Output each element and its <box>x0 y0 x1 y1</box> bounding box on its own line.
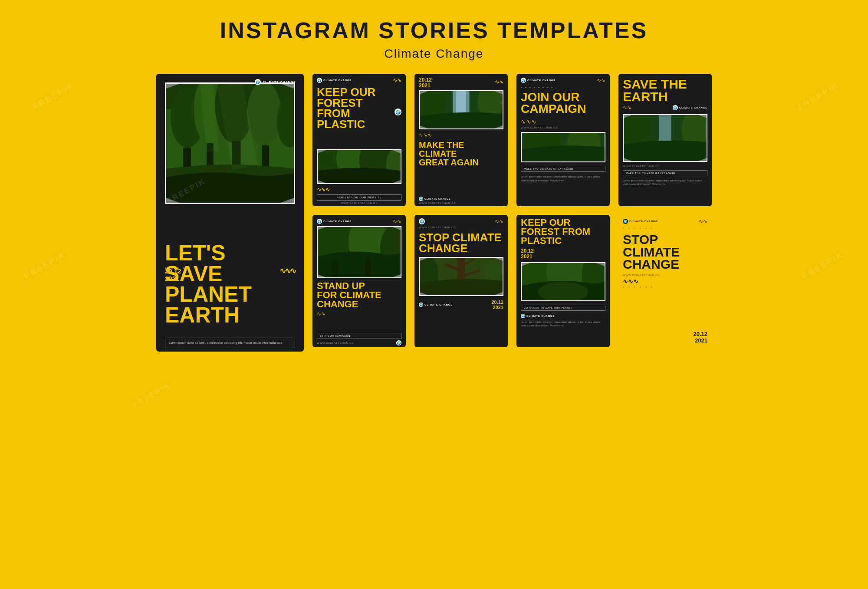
card3-date: 20.122021 <box>419 77 432 89</box>
card9-dots2 <box>618 285 712 290</box>
dot <box>645 286 647 288</box>
card3-header: 20.122021 ∿∿ <box>414 74 508 89</box>
svg-rect-35 <box>365 259 371 278</box>
card6-label: CLIMATE CHANGE <box>323 220 352 223</box>
card3-image <box>419 90 503 129</box>
card7-label-row: 🌍 CLIMATE CHANGE 20.122021 <box>414 298 508 312</box>
dot <box>634 286 635 288</box>
card1-body-box: Lorem ipsum dolor sit amet, consectetur … <box>165 338 295 349</box>
card3-heading: MAKE THE CLIMATE GREAT AGAIN <box>419 141 503 167</box>
card2-btn[interactable]: REGISTER ON OUR WEBSITE <box>317 194 401 201</box>
card-2: 🌍 CLIMATE CHANGE ∿∿ KEEP OUR FOREST FROM… <box>312 74 406 206</box>
card5-small-text: Lorem ipsum dolor sit amet, consectetur … <box>618 178 712 188</box>
card4-dots <box>516 85 610 88</box>
card9-heading-wrap: STOP CLIMATE CHANGE <box>618 229 712 273</box>
card4-header: 🌍 CLIMATE CHANGE ∿∿ <box>516 74 610 85</box>
card5-heading: SAVE THE EARTH <box>623 78 707 103</box>
zigzag-card2-bottom: ∿∿∿ <box>312 186 406 194</box>
card2-label-text: CLIMATE CHANGE <box>323 79 352 82</box>
card9-dots <box>618 226 712 229</box>
card6-heading-wrap: STAND UP FOR CLIMATE CHANGE <box>312 278 406 311</box>
card6-image <box>317 226 401 278</box>
card7-heading-wrap: STOP CLIMATE CHANGE <box>414 230 508 255</box>
card-8: KEEP OUR FOREST FROM PLASTIC 20.122021 <box>516 215 610 347</box>
dot <box>651 286 652 288</box>
card5-waterfall-svg <box>624 115 707 161</box>
card5-btn[interactable]: MAKE THE CLIMATE GREAT AGAIN <box>623 170 707 176</box>
page-subtitle: Climate Change <box>0 47 868 61</box>
card6-header: 🌍 CLIMATE CHANGE ∿∿ <box>312 215 406 226</box>
card6-btn[interactable]: JOIN OUR CAMPAIGN <box>317 333 401 339</box>
globe-icon-9: 🌍 <box>623 219 628 224</box>
zigzag-6-top: ∿∿ <box>393 218 401 224</box>
card2-image <box>317 149 401 184</box>
card4-btn[interactable]: MAKE THE CLIMATE GREAT AGAIN <box>521 166 605 172</box>
card3-label-wrap: 🌍 CLIMATE CHANGE <box>419 197 503 201</box>
card4-heading: JOIN OUR CAMPAIGN <box>521 92 605 115</box>
card5-label-row: ∿∿ 🌍 CLIMATE CHANGE <box>618 105 712 112</box>
globe-icon-6: 🌍 <box>317 219 322 224</box>
cards-container: 🌍 CLIMATE CHANGE ∿∿∿ LET'S SAVE <box>0 74 868 352</box>
row2: 🌍 CLIMATE CHANGE ∿∿ <box>312 215 712 347</box>
card-big: 🌍 CLIMATE CHANGE ∿∿∿ LET'S SAVE <box>156 74 304 352</box>
zigzag-2: ∿∿ <box>393 77 401 83</box>
card4-forest-svg <box>522 133 605 161</box>
card3-label: CLIMATE CHANGE <box>424 197 451 200</box>
card3-url: WWW.CLIMATECHAN.GE <box>419 202 503 204</box>
card6-forest-svg <box>318 227 401 277</box>
card9-label: CLIMATE CHANGE <box>629 220 658 223</box>
card9-label-wrap: 🌍 CLIMATE CHANGE <box>623 219 658 224</box>
card1-body-text: Lorem ipsum dolor sit amet, consectetur … <box>169 341 291 346</box>
card-5: SAVE THE EARTH ∿∿ 🌍 CLIMATE CHANGE <box>618 74 712 206</box>
card5-heading-wrap: SAVE THE EARTH <box>618 74 712 105</box>
page-title: INSTAGRAM STORIES TEMPLATES <box>0 17 868 43</box>
card9-heading: STOP CLIMATE CHANGE <box>623 234 707 271</box>
globe-icon-7b: 🌍 <box>419 303 423 307</box>
card9-header: 🌍 CLIMATE CHANGE ∿∿ <box>618 215 712 226</box>
card-4: 🌍 CLIMATE CHANGE ∿∿ <box>516 74 610 206</box>
card7-label: CLIMATE CHANGE <box>424 303 453 306</box>
card3-footer: 🌍 CLIMATE CHANGE WWW.CLIMATECHAN.GE <box>419 197 503 204</box>
card8-date: 20.122021 <box>516 247 610 260</box>
card1-h4: EARTH <box>165 305 252 326</box>
svg-rect-34 <box>332 260 338 277</box>
card2-url: WWW.CLIMATECHAN.GE <box>317 202 401 204</box>
globe-icon-6b: 🌍 <box>396 340 401 346</box>
zigzag-9-bottom: ∿∿∿ <box>618 278 712 285</box>
card6-heading: STAND UP FOR CLIMATE CHANGE <box>317 282 401 309</box>
card2-heading: KEEP OUR FOREST FROM PLASTIC <box>317 87 401 130</box>
dot <box>623 286 624 288</box>
card8-btn[interactable]: GO GREEN TO SAVE OUR PLANET <box>521 305 605 311</box>
globe-icon-3: 🌍 <box>419 197 423 201</box>
card1-h3: PLANET <box>165 284 252 305</box>
card3-heading-wrap: MAKE THE CLIMATE GREAT AGAIN <box>414 139 508 168</box>
card1-h1: LET'S <box>165 243 252 264</box>
globe-icon-1: 🌍 <box>255 79 261 85</box>
dot <box>640 286 641 288</box>
card7-globe-row: 🌍 <box>419 218 425 224</box>
card8-image <box>521 262 605 301</box>
card4-label: CLIMATE CHANGE <box>527 79 556 82</box>
card7-tree-svg <box>420 258 503 295</box>
globe-icon-5: 🌍 <box>673 105 678 110</box>
big-card-col: 🌍 CLIMATE CHANGE ∿∿∿ LET'S SAVE <box>156 74 304 352</box>
globe-icon-4: 🌍 <box>521 78 526 83</box>
card8-label-row: 🌍 CLIMATE CHANGE <box>516 313 610 319</box>
card1-heading-container: LET'S SAVE PLANET EARTH <box>156 239 260 326</box>
zigzag-4-top: ∿∿ <box>597 77 605 83</box>
card8-label: CLIMATE CHANGE <box>526 315 555 317</box>
zigzag-card3-mid: ∿∿∿ <box>414 131 508 139</box>
forest-svg <box>166 84 294 203</box>
small-cards-area: 🌍 CLIMATE CHANGE ∿∿ KEEP OUR FOREST FROM… <box>312 74 712 352</box>
card-9: 🌍 CLIMATE CHANGE ∿∿ S <box>618 215 712 347</box>
card-7: 🌍 ∿∿ WWW.CLIMATECHAN.GE STOP CLIMATE CHA… <box>414 215 508 347</box>
zigzag-5: ∿∿ <box>623 105 631 111</box>
card4-small-text: Lorem ipsum dolor sit amet, consectetur … <box>516 174 610 184</box>
card5-label-wrap: 🌍 CLIMATE CHANGE <box>673 105 707 110</box>
card8-heading: KEEP OUR FOREST FROM PLASTIC <box>521 218 605 246</box>
row1: 🌍 CLIMATE CHANGE ∿∿ KEEP OUR FOREST FROM… <box>312 74 712 206</box>
card-3: 20.122021 ∿∿ <box>414 74 508 206</box>
card4-heading-wrap: JOIN OUR CAMPAIGN <box>516 88 610 118</box>
card4-url: WWW.CLIMATECHAN.GE <box>516 125 610 130</box>
card5-label: CLIMATE CHANGE <box>679 106 707 109</box>
